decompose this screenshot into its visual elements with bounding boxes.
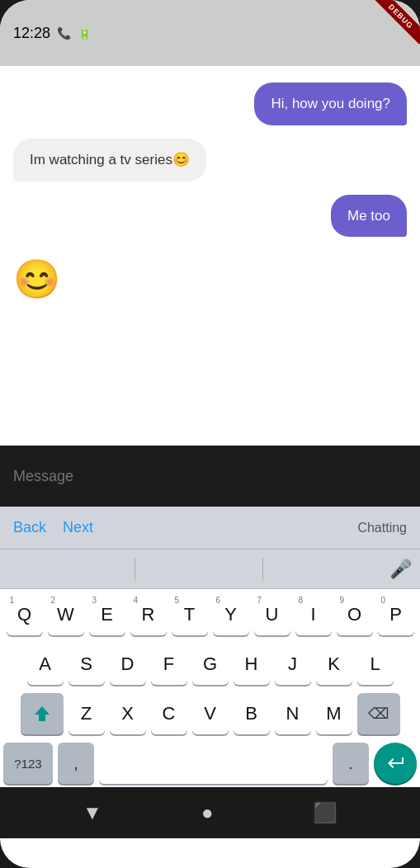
keyboard-row-1: 1Q 2W 3E 4R 5T 6Y 7U 8I 9O 0P (3, 594, 417, 635)
symbols-key[interactable]: ?123 (3, 743, 53, 784)
status-time: 12:28 (13, 25, 50, 42)
suggestion-divider-1 (134, 558, 135, 581)
message-text: Im watching a tv series😊 (30, 152, 190, 167)
phone-icon: 📞 (57, 26, 71, 40)
shift-key[interactable] (21, 693, 64, 734)
message-text: Hi, how you doing? (271, 96, 390, 111)
key-c[interactable]: C (151, 693, 187, 734)
key-i[interactable]: 8I (295, 594, 332, 635)
key-r[interactable]: 4R (130, 594, 167, 635)
keyboard-next-button[interactable]: Next (63, 519, 93, 536)
key-e[interactable]: 3E (89, 594, 125, 635)
suggestion-divider-2 (262, 558, 263, 581)
battery-icon: 🔋 (78, 26, 92, 40)
chat-area: Hi, how you doing? Im watching a tv seri… (0, 66, 420, 446)
shift-icon (33, 705, 51, 723)
key-v[interactable]: V (192, 693, 229, 734)
key-l[interactable]: L (357, 644, 394, 685)
key-q[interactable]: 1Q (7, 594, 43, 635)
enter-key[interactable] (374, 743, 417, 784)
bottom-nav: ▼ ● ⬛ (0, 787, 420, 838)
space-key[interactable] (99, 743, 328, 784)
backspace-key[interactable]: ⌫ (357, 693, 400, 734)
keyboard-keys: 1Q 2W 3E 4R 5T 6Y 7U 8I 9O 0P A S D F G … (0, 589, 420, 787)
message-input-area[interactable] (0, 446, 420, 507)
recents-nav-icon[interactable]: ⬛ (313, 801, 337, 824)
key-j[interactable]: J (275, 644, 311, 685)
comma-key[interactable]: , (58, 743, 94, 784)
key-t[interactable]: 5T (172, 594, 208, 635)
home-nav-icon[interactable]: ● (201, 801, 214, 824)
keyboard-chatting-label: Chatting (357, 521, 407, 535)
key-m[interactable]: M (316, 693, 352, 734)
key-p[interactable]: 0P (378, 594, 414, 635)
keyboard-row-4: ?123 , . (3, 743, 417, 784)
message-bubble-sent-1: Hi, how you doing? (254, 83, 407, 125)
key-y[interactable]: 6Y (213, 594, 249, 635)
period-key[interactable]: . (333, 743, 369, 784)
svg-marker-0 (35, 706, 50, 721)
key-g[interactable]: G (192, 644, 229, 685)
key-b[interactable]: B (234, 693, 270, 734)
keyboard-row-2: A S D F G H J K L (3, 644, 417, 685)
key-h[interactable]: H (234, 644, 270, 685)
key-s[interactable]: S (68, 644, 105, 685)
message-emoji-received: 😊 (13, 257, 60, 301)
key-d[interactable]: D (110, 644, 146, 685)
message-bubble-sent-2: Me too (331, 195, 407, 238)
keyboard-back-button[interactable]: Back (13, 519, 46, 536)
message-bubble-received-1: Im watching a tv series😊 (13, 139, 206, 182)
back-nav-icon[interactable]: ▼ (83, 801, 102, 824)
key-w[interactable]: 2W (48, 594, 84, 635)
message-input[interactable] (13, 468, 407, 485)
key-u[interactable]: 7U (254, 594, 290, 635)
debug-label: DEBUG (374, 0, 420, 44)
key-k[interactable]: K (316, 644, 352, 685)
key-o[interactable]: 9O (337, 594, 373, 635)
key-n[interactable]: N (275, 693, 311, 734)
key-f[interactable]: F (151, 644, 187, 685)
key-z[interactable]: Z (68, 693, 105, 734)
message-text: Me too (347, 208, 390, 224)
debug-ribbon: DEBUG (362, 0, 420, 58)
enter-icon (386, 754, 404, 772)
phone-frame: 12:28 📞 🔋 DEBUG Hi, how you doing? Im wa… (0, 0, 420, 868)
status-bar: 12:28 📞 🔋 DEBUG (0, 0, 420, 66)
keyboard-suggestions-row: 🎤 (0, 550, 420, 589)
keyboard-row-3: Z X C V B N M ⌫ (3, 693, 417, 734)
key-x[interactable]: X (110, 693, 146, 734)
status-bar-left: 12:28 📞 🔋 (13, 25, 92, 42)
keyboard-top-bar: Back Next Chatting (0, 507, 420, 550)
key-a[interactable]: A (27, 644, 64, 685)
microphone-icon[interactable]: 🎤 (389, 559, 412, 580)
